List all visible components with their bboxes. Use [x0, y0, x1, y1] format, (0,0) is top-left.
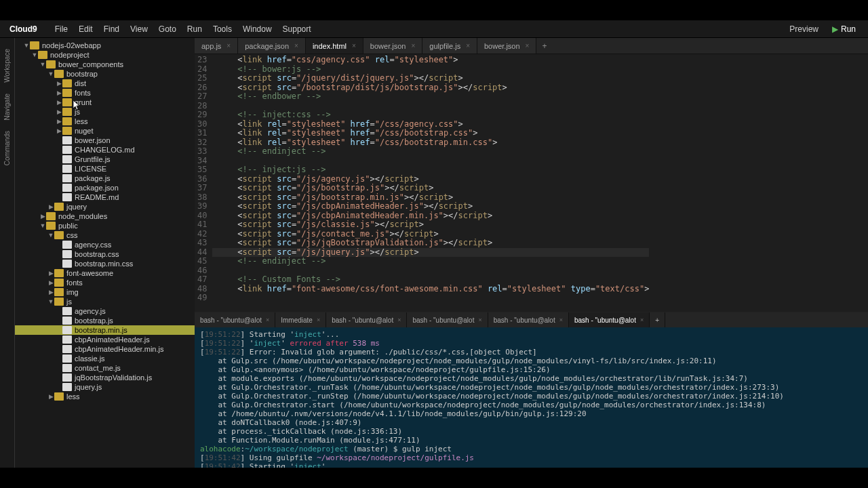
caret-icon[interactable]	[39, 61, 46, 68]
caret-icon[interactable]	[47, 298, 54, 305]
code-editor[interactable]: 2324252627282930313233343536373839404142…	[195, 54, 868, 312]
tree-item[interactable]: grunt	[15, 98, 195, 107]
tree-item[interactable]: classie.js	[15, 354, 195, 363]
tree-item[interactable]: bootstrap.min.js	[15, 325, 195, 335]
close-icon[interactable]: ×	[640, 317, 644, 323]
caret-icon[interactable]	[56, 89, 62, 96]
code-line[interactable]: <script src="/jquery/dist/jquery.js"></s…	[212, 74, 649, 83]
logo[interactable]: Cloud9	[5, 23, 41, 35]
menu-goto[interactable]: Goto	[153, 22, 182, 37]
close-icon[interactable]: ×	[559, 317, 563, 323]
code-line[interactable]: <script src="/js/agency.js"></script>	[212, 175, 649, 184]
tree-item[interactable]: Gruntfile.js	[15, 155, 195, 164]
add-tab-button[interactable]: +	[536, 38, 552, 54]
terminal-tab[interactable]: bash - "ubuntu@alot×	[326, 312, 407, 327]
code-line[interactable]: <script src="/bootstrap/dist/js/bootstra…	[212, 83, 649, 93]
tree-item[interactable]: font-awesome	[15, 268, 195, 278]
caret-icon[interactable]	[23, 42, 30, 49]
editor-tab[interactable]: bower.json×	[363, 38, 422, 54]
code-line[interactable]: <!-- bower:js -->	[212, 65, 649, 75]
rail-navigate[interactable]: Navigate	[3, 94, 11, 120]
caret-icon[interactable]	[47, 289, 54, 296]
code-line[interactable]	[212, 157, 649, 166]
rail-commands[interactable]: Commands	[3, 131, 11, 165]
caret-icon[interactable]	[56, 108, 62, 115]
close-icon[interactable]: ×	[352, 42, 356, 49]
caret-icon[interactable]	[47, 393, 54, 400]
tree-item[interactable]: public	[15, 221, 195, 230]
tree-item[interactable]: agency.css	[15, 240, 195, 249]
code-line[interactable]: <link href="font-awesome/css/font-awesom…	[212, 285, 649, 294]
code-line[interactable]: <!-- endbower -->	[212, 92, 649, 102]
tree-item[interactable]: bower_components	[15, 60, 195, 69]
code-line[interactable]: <!-- inject:css -->	[212, 110, 649, 120]
caret-icon[interactable]	[31, 52, 38, 58]
terminal-tab[interactable]: bash - "ubuntu@alot×	[569, 312, 650, 327]
code-line[interactable]: <!-- endinject -->	[212, 147, 649, 157]
code-line[interactable]: <!-- endinject -->	[212, 257, 649, 266]
code-line[interactable]: <link rel="stylesheet" href="/css/bootst…	[212, 138, 649, 148]
caret-icon[interactable]	[47, 232, 54, 239]
close-icon[interactable]: ×	[317, 317, 320, 323]
add-terminal-button[interactable]: +	[650, 312, 665, 327]
editor-tab[interactable]: package.json×	[238, 38, 306, 54]
code-line[interactable]: <script src="/js/bootstrap.min.js"></scr…	[212, 193, 649, 203]
tree-item[interactable]: nodeproject	[15, 50, 195, 60]
close-icon[interactable]: ×	[226, 42, 231, 49]
tree-item[interactable]: bootstrap.css	[15, 249, 195, 259]
tree-item[interactable]: contact_me.js	[15, 363, 195, 373]
code-line[interactable]: <link href="css/agency.css" rel="stylesh…	[212, 56, 649, 65]
close-icon[interactable]: ×	[266, 317, 269, 323]
menu-file[interactable]: File	[50, 22, 73, 37]
tree-item[interactable]: js	[15, 297, 195, 306]
terminal-output[interactable]: [19:51:22] Starting 'inject'...[19:51:22…	[195, 327, 868, 468]
close-icon[interactable]: ×	[478, 317, 481, 323]
close-icon[interactable]: ×	[466, 42, 470, 49]
tree-item[interactable]: img	[15, 287, 195, 297]
menu-view[interactable]: View	[125, 22, 153, 37]
file-tree[interactable]: nodejs-02webappnodeprojectbower_componen…	[15, 38, 195, 468]
tree-item[interactable]: dist	[15, 79, 195, 88]
terminal-tab[interactable]: bash - "ubuntu@alot×	[407, 312, 488, 327]
tree-item[interactable]: js	[15, 107, 195, 117]
tree-item[interactable]: agency.js	[15, 306, 195, 316]
tree-item[interactable]: LICENSE	[15, 164, 195, 174]
code-line[interactable]: <script src="/js/contact_me.js"></script…	[212, 230, 649, 239]
caret-icon[interactable]	[47, 70, 54, 77]
terminal-tab[interactable]: bash - "ubuntu@alot×	[488, 312, 569, 327]
code-line[interactable]: <script src="/js/jqBootstrapValidation.j…	[212, 239, 649, 248]
tree-item[interactable]: package.json	[15, 183, 195, 192]
tree-item[interactable]: cbpAnimatedHeader.js	[15, 335, 195, 344]
close-icon[interactable]: ×	[397, 317, 401, 323]
caret-icon[interactable]	[47, 203, 54, 210]
terminal-tab[interactable]: Immediate×	[275, 312, 326, 327]
code-line[interactable]: <script src="/js/classie.js"></script>	[212, 220, 649, 230]
code-body[interactable]: <link href="css/agency.css" rel="stylesh…	[212, 54, 649, 312]
close-icon[interactable]: ×	[411, 42, 415, 49]
tree-item[interactable]: bower.json	[15, 136, 195, 145]
tree-item[interactable]: package.js	[15, 174, 195, 183]
code-line[interactable]: <script src="/js/cbpAnimatedHeader.min.j…	[212, 211, 649, 221]
caret-icon[interactable]	[39, 213, 46, 220]
tree-item[interactable]: bootstrap.min.css	[15, 259, 195, 268]
caret-icon[interactable]	[56, 99, 62, 106]
code-line[interactable]: <link rel="stylesheet" href="/css/agency…	[212, 120, 649, 129]
tree-item[interactable]: README.md	[15, 192, 195, 202]
menu-window[interactable]: Window	[237, 22, 277, 37]
close-icon[interactable]: ×	[294, 42, 298, 49]
rail-workspace[interactable]: Workspace	[3, 49, 11, 83]
close-icon[interactable]: ×	[526, 42, 530, 49]
code-line[interactable]: <script src="/js/cbpAnimatedHeader.js"><…	[212, 202, 649, 211]
editor-tab[interactable]: index.html×	[306, 38, 363, 54]
caret-icon[interactable]	[47, 279, 54, 286]
caret-icon[interactable]	[56, 80, 62, 87]
menu-edit[interactable]: Edit	[73, 22, 98, 37]
caret-icon[interactable]	[56, 118, 62, 125]
tree-item[interactable]: nuget	[15, 126, 195, 136]
run-button[interactable]: ▶Run	[825, 22, 863, 37]
caret-icon[interactable]	[56, 127, 62, 134]
tree-item[interactable]: css	[15, 230, 195, 240]
tree-item[interactable]: fonts	[15, 278, 195, 287]
tree-item[interactable]: node_modules	[15, 211, 195, 221]
tree-item[interactable]: nodejs-02webapp	[15, 41, 195, 50]
